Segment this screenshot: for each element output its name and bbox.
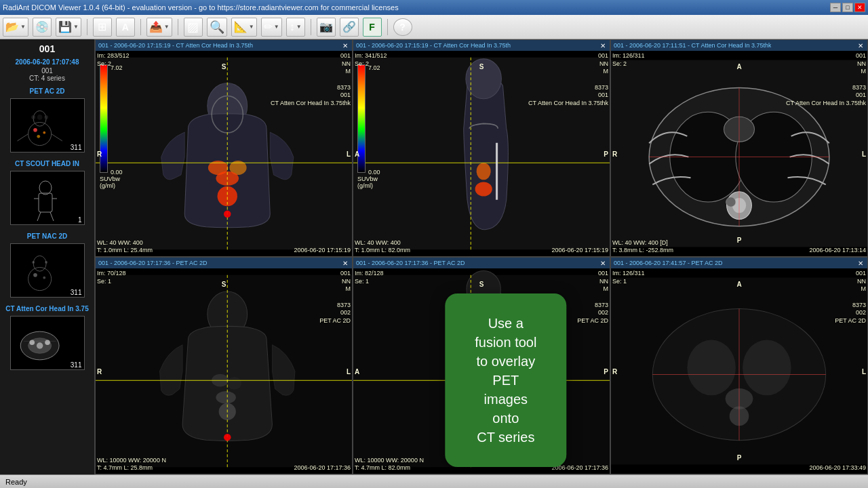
vp3-orient-bottom: P [737,237,742,244]
vp3-orient-left: R [612,150,617,157]
svg-point-6 [43,131,45,134]
annotate-dropdown-arrow: ▼ [274,24,279,30]
fusion-tooltip-text: Use a fusion tool to overlay PET images … [475,316,536,445]
vp4-orient-left: R [97,367,102,375]
measure-dropdown-arrow: ▼ [249,24,254,30]
vp1-orient-right: L [347,150,351,157]
svg-point-45 [475,182,492,197]
vp3-orient-right: L [862,150,866,157]
viewport-4-title: 001 - 2006-06-20 17:17:36 - PET AC 2D [98,260,207,266]
viewport-5[interactable]: 001 - 2006-06-20 17:17:36 - PET AC 2D ✕ … [353,257,610,474]
series-count-2: 1 [76,216,84,224]
maximize-button[interactable]: □ [842,3,853,12]
sep2 [140,19,141,35]
series-thumb-3[interactable]: 311 [10,243,85,298]
viewport-3-title: 001 - 2006-06-20 17:11:51 - CT Atten Cor… [614,42,771,49]
svg-point-29 [29,340,35,345]
measure-button[interactable]: 📐 ▼ [231,18,257,37]
wl-button[interactable]: ▨ [184,18,203,37]
title-bar-controls: ─ □ ✕ [830,3,865,12]
statusbar: Ready [0,474,868,488]
series-thumb-4[interactable]: 311 [10,316,85,370]
capture-button[interactable]: 📷 [317,18,336,37]
help-icon: ? [399,22,406,33]
viewport-1[interactable]: 001 - 2006-06-20 17:15:19 - CT Atten Cor… [95,39,353,257]
colorbar-bottom-1: 0.00 [111,169,123,176]
zoom-icon: 🔍 [210,20,224,35]
series-count-4: 311 [68,361,84,369]
text-icon: A [122,22,129,33]
vp3-orient-top: A [736,63,741,70]
viewport-3[interactable]: 001 - 2006-06-20 17:11:51 - CT Atten Cor… [610,39,868,257]
series-count-3: 311 [68,288,84,297]
flag-button[interactable]: F [363,18,382,37]
patient-ct-line: CT: 4 series [3,75,92,82]
viewport-3-close[interactable]: ✕ [856,42,865,49]
close-button[interactable]: ✕ [854,3,865,12]
series-thumb-1[interactable]: 311 [10,98,85,152]
viewport-5-title: 001 - 2006-06-20 17:17:36 - PET AC 2D [356,260,465,266]
svg-rect-11 [15,177,76,224]
viewport-5-close[interactable]: ✕ [599,260,607,267]
sep4 [311,19,311,35]
save-button[interactable]: 💾 ▼ [56,18,81,37]
colorbar-top-1: 7.02 [111,64,123,71]
svg-point-9 [31,115,35,119]
flag-icon: F [369,22,375,33]
open-dropdown-arrow: ▼ [20,24,26,30]
viewport-1-content[interactable]: 7.02 0.00 SUVbw(g/ml) Im: 283/512Se: 2 0… [96,51,352,256]
svg-point-62 [227,377,241,390]
viewport-2[interactable]: 001 - 2006-06-20 17:15:19 - CT Atten Cor… [353,39,610,257]
viewport-6[interactable]: 001 - 2006-06-20 17:41:57 - PET AC 2D ✕ [610,257,868,474]
colorbar-top-2: 7.02 [368,64,380,71]
viewport-3-content[interactable]: Im: 126/311Se: 2 001NNM8373001CT Atten C… [611,51,867,256]
viewport-4[interactable]: 001 - 2006-06-20 17:17:36 - PET AC 2D ✕ [95,257,353,474]
series-label-3: PET NAC 2D [3,231,92,241]
vp2-orient-right: P [604,150,608,157]
vp2-orient-left: A [355,150,359,157]
layout-button[interactable]: ⊞ [93,18,112,37]
text-button[interactable]: A [116,18,135,37]
svg-point-63 [216,391,235,404]
cd-button[interactable]: 💿 [33,18,52,37]
svg-point-21 [33,273,37,277]
viewport-2-content[interactable]: 7.02 0.00 SUVbw(g/ml) Im: 341/512Se: 2 0… [353,51,610,256]
open-icon: 📂 [5,20,19,33]
vp6-orient-left: R [612,367,617,375]
svg-point-24 [45,261,47,264]
svg-rect-18 [11,251,68,296]
export-icon: 📤 [149,20,163,33]
svg-point-55 [726,197,736,207]
export-button[interactable]: 📤 ▼ [146,18,172,37]
vp5-orient-top: S [479,281,484,288]
fusion-button[interactable]: 🔗 [340,18,359,37]
fusion-icon: 🔗 [342,20,356,33]
cd-icon: 💿 [35,20,49,33]
colorbar-bottom-2: 0.00 [368,169,380,176]
viewport-1-title: 001 - 2006-06-20 17:15:19 - CT Atten Cor… [98,42,253,49]
series-label-4: CT Atten Cor Head In 3.75 [3,304,92,314]
viewport-4-close[interactable]: ✕ [341,260,349,267]
sidebar: 001 2006-06-20 17:07:48 001 CT: 4 series… [0,39,95,474]
minimize-button[interactable]: ─ [830,3,841,12]
svg-point-23 [32,261,35,264]
capture-icon: 📷 [319,20,333,33]
series-thumb-2[interactable]: 1 [10,171,85,225]
viewport-6-close[interactable]: ✕ [856,260,865,267]
patient-id-line: 001 [3,67,92,75]
viewport-6-content[interactable]: Im: 126/311Se: 1 001NNM8373002PET AC 2D … [611,268,867,474]
viewport-1-close[interactable]: ✕ [341,42,349,49]
fusion-tooltip: Use a fusion tool to overlay PET images … [445,293,566,467]
main-area: 001 2006-06-20 17:07:48 001 CT: 4 series… [0,39,868,474]
annotate-button[interactable]: ✏ ▼ [261,18,282,37]
svg-point-28 [36,342,42,348]
viewport-2-close[interactable]: ✕ [599,42,607,49]
open-button[interactable]: 📂 ▼ [3,18,28,37]
help-button[interactable]: ? [393,18,412,36]
zoom-button[interactable]: 🔍 [207,18,227,37]
scroll-button[interactable]: ↕ ▼ [286,18,305,37]
viewport-4-content[interactable]: Im: 70/128Se: 1 001NNM8373002PET AC 2D W… [96,268,352,474]
scroll-dropdown-arrow: ▼ [296,24,302,30]
viewport-4-header: 001 - 2006-06-20 17:17:36 - PET AC 2D ✕ [96,258,352,268]
status-text: Ready [5,478,27,486]
